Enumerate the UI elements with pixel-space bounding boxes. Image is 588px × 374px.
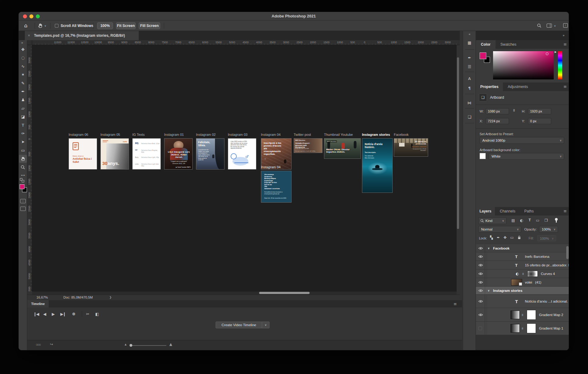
artboard-label-instagram-03[interactable]: Instagram 03	[228, 133, 247, 137]
paint-bucket-tool[interactable]: ◪	[19, 113, 27, 121]
vertical-scrollbar[interactable]	[457, 45, 460, 292]
visibility-toggle[interactable]	[476, 287, 485, 294]
width-field[interactable]: 1080 px	[486, 108, 509, 114]
timeline-menu-icon[interactable]: ≡	[454, 302, 457, 306]
filter-pixel-layers-icon[interactable]: ▤	[511, 218, 515, 223]
lock-all-icon[interactable]	[517, 235, 522, 241]
home-icon[interactable]: ⌂	[24, 22, 28, 29]
layer-row-noticia[interactable]: T Notícia d'arxiu ...t adicional. Més	[476, 295, 569, 308]
flatten-frames-icon[interactable]: ↪	[50, 342, 53, 346]
visibility-toggle[interactable]	[476, 269, 485, 278]
swap-colors-icon-2[interactable]	[22, 180, 24, 182]
filter-adjustment-layers-icon[interactable]: ◐	[520, 218, 523, 223]
split-clip-icon[interactable]: ✂	[86, 312, 89, 316]
artboard-label-ig-texts[interactable]: IG Texts	[132, 133, 145, 137]
tab-channels[interactable]: Channels	[500, 207, 515, 216]
transition-icon[interactable]: ◧	[95, 312, 99, 316]
fill-screen-button[interactable]: Fill Screen	[139, 22, 160, 29]
layer-row-15-ofertes[interactable]: T 15 ofertes de pr...aborador. Inscri	[476, 261, 569, 269]
artboard-bg-select[interactable]: White∨	[489, 153, 564, 160]
lock-artboard-icon[interactable]: ▭	[510, 235, 514, 240]
expand-toolbar-icon[interactable]: »	[21, 41, 23, 45]
magic-wand-tool[interactable]: ✶	[19, 71, 27, 79]
artboard-label-thumbnail-youtube[interactable]: Thumbnail Youtube	[324, 133, 353, 137]
visibility-toggle[interactable]	[476, 322, 485, 335]
eraser-tool[interactable]: ▱	[19, 105, 27, 113]
layer-row-facebook[interactable]: ∨ Facebook	[476, 244, 569, 252]
height-field[interactable]: 1920 px	[528, 108, 551, 114]
go-to-first-frame-button[interactable]: ❙◀	[33, 312, 39, 316]
layer-row-instagram-stories[interactable]: ∨ Instagram stories	[476, 287, 569, 295]
vertical-ruler[interactable]: 3000250020001500100050005001000150020002…	[27, 45, 32, 292]
next-frame-button[interactable]: ▶❙	[60, 312, 66, 316]
rectangle-tool[interactable]: ▭	[19, 147, 27, 155]
artboard-instagram-04[interactable]: Inscripció a les proves d'accés als ense…	[261, 138, 292, 170]
scroll-all-windows-checkbox[interactable]	[55, 24, 58, 28]
artboard-label-instagram-02[interactable]: Instagram 02	[196, 133, 216, 137]
artboard-ig-texts[interactable]: H1 Helvetica Neue Bold, 112pt H2 Helveti…	[132, 138, 161, 170]
tab-paths[interactable]: Paths	[524, 207, 534, 216]
hand-tool-chevron-icon[interactable]: ∨	[44, 25, 46, 27]
eyedropper-tool[interactable]: ✎	[19, 79, 27, 87]
document-tab[interactable]: × Templates.psd @ 16,7% (Instagram stori…	[25, 31, 139, 40]
search-icon[interactable]	[537, 23, 542, 29]
history-panel-icon[interactable]: ▦	[463, 40, 476, 45]
path-selection-tool[interactable]: ➤	[19, 138, 27, 146]
gradient-thumbnail[interactable]	[511, 324, 520, 333]
move-tool[interactable]: ✥	[19, 46, 27, 54]
layer-row-gradient-map-1[interactable]: ∞ Gradient Map 1	[476, 322, 569, 335]
artboard-instagram-06[interactable]: Màster oficial en Activitat física i Sal…	[69, 138, 97, 170]
close-tab-icon[interactable]: ×	[28, 31, 30, 40]
canvas[interactable]: Instagram 06 Instagram 05 IG Texts Insta…	[32, 45, 457, 292]
artboard-label-instagram-01[interactable]: Instagram 01	[164, 133, 184, 137]
lock-transparency-icon[interactable]: ▚	[490, 235, 493, 240]
visibility-toggle[interactable]	[476, 244, 485, 252]
paragraph-panel-icon[interactable]: ¶	[463, 86, 476, 90]
filter-kind-select[interactable]: Kind∨	[478, 217, 507, 224]
layer-row-gradient-map-2[interactable]: ∞ Gradient Map 2	[476, 308, 569, 322]
tab-swatches[interactable]: Swatches	[500, 40, 516, 49]
workspace-icon[interactable]	[547, 24, 552, 28]
zoom-tool[interactable]	[19, 163, 27, 171]
artboard-label-instagram-06[interactable]: Instagram 06	[69, 133, 88, 137]
layer-row-curves-4[interactable]: ◐ ∞ Curves 4	[476, 269, 569, 278]
filter-smart-objects-icon[interactable]: ❐	[545, 218, 548, 223]
zoom-level-field[interactable]: 16,67%	[36, 296, 48, 299]
hand-tool[interactable]	[19, 155, 27, 163]
horizontal-ruler[interactable]: 1150011000105001000095009000850080007500…	[27, 40, 460, 45]
previous-frame-button[interactable]: ◀	[43, 312, 46, 316]
artboard-instagram-05[interactable]: inefc 30 anys.	[100, 138, 129, 170]
horizontal-scrollbar[interactable]	[32, 292, 457, 295]
artboard-facebook[interactable]: 15 ofertes de professorat. Especialitats…	[394, 138, 428, 157]
maximize-window-button[interactable]	[36, 14, 40, 18]
brush-tool[interactable]: ✒	[19, 88, 27, 96]
artboard-bg-swatch[interactable]	[480, 153, 486, 159]
clone-stamp-tool[interactable]: ♟	[19, 96, 27, 104]
foreground-color-swatch[interactable]	[480, 52, 486, 59]
color-field-cursor[interactable]	[546, 52, 548, 55]
collapse-panels-icon[interactable]: «	[463, 32, 476, 36]
close-window-button[interactable]	[23, 14, 27, 18]
layer-row-inefc-barcelona[interactable]: T Inefc Barcelona	[476, 252, 569, 261]
clone-source-panel-icon[interactable]: ☰	[463, 64, 476, 69]
artboard-thumbnail-youtube[interactable]: INEFC Barcelona Master Oficial. Director…	[324, 138, 361, 159]
tab-color[interactable]: Color	[476, 40, 496, 49]
layer-mask-thumbnail[interactable]	[527, 271, 538, 277]
layers-scrollbar-thumb[interactable]	[566, 246, 569, 259]
libraries-panel-icon[interactable]: ⋈	[463, 101, 476, 105]
timeline-zoom-slider[interactable]	[130, 345, 166, 346]
opacity-select[interactable]: 100%∨	[539, 226, 558, 233]
create-video-timeline-button[interactable]: Create Video Timeline	[216, 322, 262, 328]
brush-settings-panel-icon[interactable]: ✒	[463, 55, 476, 60]
minimize-window-button[interactable]	[29, 14, 33, 18]
quick-mask-icon[interactable]: ◌	[20, 199, 26, 203]
layer-row-volei[interactable]: volei (41)	[476, 278, 569, 287]
artboard-instagram-03[interactable]: L'any 2020 només un 30% dels membres de …	[228, 138, 256, 170]
share-icon[interactable]: ↑	[563, 23, 568, 28]
artboard-label-twitter-post[interactable]: Twitter post	[294, 133, 311, 137]
artboard-label-instagram-05[interactable]: Instagram 05	[100, 133, 120, 137]
screen-mode-icon[interactable]	[20, 207, 26, 211]
type-tool[interactable]: T	[19, 121, 27, 129]
layer-mask-thumbnail[interactable]	[527, 310, 536, 320]
lock-position-icon[interactable]: ✥	[503, 235, 507, 240]
